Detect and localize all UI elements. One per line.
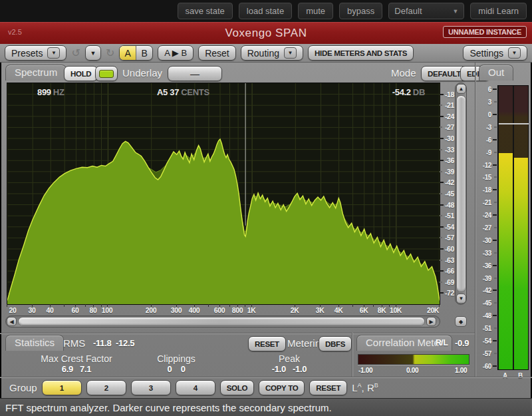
meter-tick-label: -36	[475, 262, 497, 269]
vertical-scrollbar[interactable]: ▲ ▼	[455, 83, 467, 305]
meter-bar-b	[514, 86, 528, 369]
meter-tick-label: -45	[475, 300, 497, 306]
ab-switch-a[interactable]: A	[120, 46, 136, 60]
underlay-select-button[interactable]: —	[168, 66, 222, 81]
tick-mark	[440, 126, 442, 128]
db-tick-label: -24	[439, 112, 456, 120]
tick-mark	[440, 226, 444, 228]
reset-button[interactable]: Reset	[198, 45, 236, 61]
group-label: Group	[9, 382, 37, 393]
tab-statistics[interactable]: Statistics	[5, 335, 64, 351]
zoom-reset-diamond-icon[interactable]: ◆	[455, 316, 467, 327]
meter-bar-a	[499, 86, 513, 369]
history-dropdown-button[interactable]: ▼	[85, 45, 101, 61]
freq-tick-label: 400	[184, 306, 204, 314]
corr-scale-max: 1.00	[455, 367, 467, 374]
host-buttons: save stateload statemutebypass	[178, 3, 383, 19]
chevron-down-icon[interactable]: ▼	[47, 47, 60, 59]
routing-button[interactable]: Routing ▼	[241, 45, 303, 61]
db-tick-label: -54	[439, 223, 456, 230]
meter-tick-label: -42	[475, 287, 497, 294]
meter-tick-label: -39	[475, 275, 497, 282]
db-tick-label: -21	[439, 101, 456, 108]
corr-scale-mid: 0.00	[406, 367, 418, 374]
correlation-mode-button[interactable]: R/L	[436, 338, 448, 347]
peak-hold-line	[499, 123, 529, 124]
freq-tick-label: 4K	[329, 306, 348, 314]
group-reset-button[interactable]: RESET	[309, 380, 347, 395]
meter-tick-label: -51	[475, 325, 497, 331]
tick-mark	[440, 149, 442, 150]
instance-name-button[interactable]: UNNAMED INSTANCE	[443, 26, 527, 38]
chevron-down-icon[interactable]: ▼	[284, 47, 297, 59]
tick-mark	[440, 171, 442, 172]
corr-scale-min: -1.00	[358, 367, 372, 374]
spectrum-plot[interactable]: 899HZ A5 37CENTS -54.2DB	[7, 83, 440, 305]
spectrum-color-button[interactable]	[95, 66, 118, 81]
load-state-button[interactable]: load state	[239, 3, 292, 19]
solo-button[interactable]: SOLO	[220, 380, 254, 395]
bypass-button[interactable]: bypass	[339, 3, 382, 19]
save-state-button[interactable]: save state	[178, 3, 233, 19]
scroll-right-icon[interactable]: ▶	[426, 317, 436, 326]
correlation-bar	[358, 354, 469, 365]
peak-stat: Peak -1.0 -1.0	[243, 353, 336, 374]
group-button-3[interactable]: 3	[131, 380, 171, 395]
db-tick-label: -45	[439, 190, 456, 197]
host-preset-dropdown[interactable]: Default ▼	[388, 3, 464, 19]
rms-values: -11.8 -12.5	[93, 338, 134, 348]
vertical-scroll-thumb[interactable]	[456, 95, 466, 292]
meter-tick-label: -9	[475, 149, 497, 156]
tick-mark	[440, 204, 444, 206]
host-topbar: save stateload statemutebypass Default ▼…	[0, 0, 532, 22]
db-tick-label: -66	[439, 267, 456, 274]
meter-level-b	[514, 158, 528, 369]
ab-switch-b[interactable]: B	[136, 46, 152, 60]
db-tick-label: -57	[439, 234, 456, 241]
stats-reset-button[interactable]: RESET	[248, 336, 286, 351]
tick-mark	[440, 138, 444, 139]
group-button-2[interactable]: 2	[86, 380, 126, 395]
tab-spectrum[interactable]: Spectrum	[5, 65, 66, 81]
freq-tick-label: 6K	[354, 306, 374, 314]
spectrum-canvas	[7, 83, 440, 304]
db-tick-label: -51	[439, 212, 456, 219]
tick-mark	[440, 160, 444, 161]
scroll-down-icon[interactable]: ▼	[456, 294, 466, 304]
spectrum-color-swatch	[99, 70, 114, 78]
ab-switch[interactable]: A B	[119, 45, 153, 61]
hide-meters-button[interactable]: HIDE METERS AND STATS	[308, 45, 414, 61]
db-tick-label: -60	[439, 245, 456, 252]
scroll-left-icon[interactable]: ◀	[7, 317, 17, 326]
mute-button[interactable]: mute	[298, 3, 333, 19]
frequency-axis: 20304060801002003004006008001K2K3K4K6K8K…	[7, 304, 440, 314]
status-bar: FFT spectrum analyzer. Darker curve repr…	[0, 398, 532, 416]
tick-mark	[440, 282, 442, 283]
chevron-down-icon[interactable]: ▼	[508, 47, 521, 59]
meter-tick-label: 0	[475, 111, 497, 118]
presets-button[interactable]: Presets ▼	[5, 45, 66, 61]
tab-out[interactable]: Out	[479, 65, 513, 81]
hold-button[interactable]: HOLD	[64, 66, 98, 81]
horizontal-scroll-thumb[interactable]	[18, 317, 425, 326]
cursor-level-readout: -54.2DB	[392, 87, 425, 97]
meter-tick-label: 6	[475, 86, 497, 93]
copy-a-to-b-button[interactable]: A ▶ B	[158, 45, 194, 61]
meter-level-a	[499, 153, 513, 369]
db-tick-label: -33	[439, 146, 456, 153]
freq-tick-label: 60	[65, 306, 85, 314]
group-button-4[interactable]: 4	[176, 380, 215, 395]
settings-button[interactable]: Settings ▼	[463, 45, 527, 61]
db-tick-label: -27	[439, 123, 456, 130]
metering-mode-button[interactable]: DBFS	[319, 336, 352, 351]
tick-mark	[352, 304, 353, 307]
copy-to-button[interactable]: COPY TO	[259, 380, 305, 395]
horizontal-scrollbar[interactable]: ◀ ▶	[5, 315, 440, 327]
max-crest-stat: Max Crest Factor 6.9 7.1	[27, 353, 126, 374]
scroll-up-icon[interactable]: ▲	[456, 84, 466, 94]
tick-mark	[440, 260, 442, 261]
meter-tick-label: 3	[475, 99, 497, 105]
midi-learn-button[interactable]: midi Learn	[470, 3, 527, 19]
out-meter-bars	[497, 85, 529, 370]
group-button-1[interactable]: 1	[42, 380, 82, 395]
